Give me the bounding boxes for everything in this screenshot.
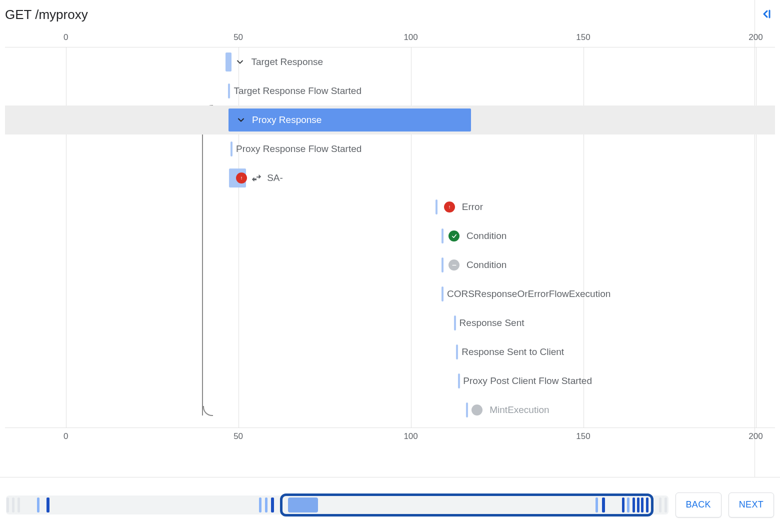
error-icon [444,202,455,212]
gantt-row-error[interactable]: Error [5,192,775,222]
row-label: Error [462,202,483,212]
row-label: Condition [466,260,506,270]
row-label: SA- [267,172,283,184]
overview-scrubber[interactable] [6,496,668,514]
collapse-panel-button[interactable] [758,6,774,22]
chevron-down-icon [235,57,245,67]
row-label: Target Response Flow Started [234,86,362,96]
gantt-chart[interactable]: Target Response Target Response Flow Sta… [5,48,775,428]
axis-tick: 50 [234,32,243,42]
gantt-row-proxy-response[interactable]: Proxy Response [5,106,775,134]
check-icon [448,230,460,242]
row-label: Condition [466,230,506,242]
gantt-row-cors[interactable]: CORSResponseOrErrorFlowExecution [5,280,775,308]
row-label: Response Sent to Client [462,346,564,358]
error-icon [236,172,247,184]
gantt-row-response-sent-client[interactable]: Response Sent to Client [5,338,775,366]
row-label: MintExecution [490,404,549,416]
row-label: Response Sent [460,318,524,328]
gantt-row-prfs[interactable]: Proxy Response Flow Started [5,134,775,164]
axis-tick: 200 [748,32,762,42]
gantt-row-sa[interactable]: SA- [5,164,775,192]
gantt-row-response-sent[interactable]: Response Sent [5,308,775,338]
axis-tick: 0 [64,32,68,42]
axis-tick: 0 [64,432,68,442]
next-button[interactable]: NEXT [728,492,774,518]
axis-tick: 100 [404,432,418,442]
skip-icon [448,260,460,270]
gantt-row-trfs[interactable]: Target Response Flow Started [5,76,775,106]
axis-tick: 100 [404,32,418,42]
row-label: CORSResponseOrErrorFlowExecution [447,288,610,300]
axis-tick: 200 [748,432,762,442]
gantt-row-condition-skip[interactable]: Condition [5,250,775,280]
axis-tick: 150 [576,32,590,42]
axis-tick: 150 [576,432,590,442]
row-label: Proxy Post Client Flow Started [463,376,592,386]
row-label: Proxy Response [252,114,322,126]
axis-bottom: 0 50 100 150 200 [5,428,775,442]
row-label: Proxy Response Flow Started [236,144,362,154]
chevron-down-icon [236,115,246,125]
gantt-row-ppcfs[interactable]: Proxy Post Client Flow Started [5,366,775,396]
shared-flow-icon [251,172,262,184]
gantt-row-condition-ok[interactable]: Condition [5,222,775,250]
page-title: GET /myproxy [0,0,780,32]
gantt-row-target-response[interactable]: Target Response [5,48,775,76]
dot-icon [472,404,482,416]
axis-tick: 50 [234,432,243,442]
chevron-left-bar-icon [760,8,772,20]
row-label: Target Response [251,56,323,68]
gantt-row-mint[interactable]: MintExecution [5,396,775,424]
footer: BACK NEXT [0,477,780,532]
axis-top: 0 50 100 150 200 [5,32,775,48]
back-button[interactable]: BACK [676,492,722,518]
